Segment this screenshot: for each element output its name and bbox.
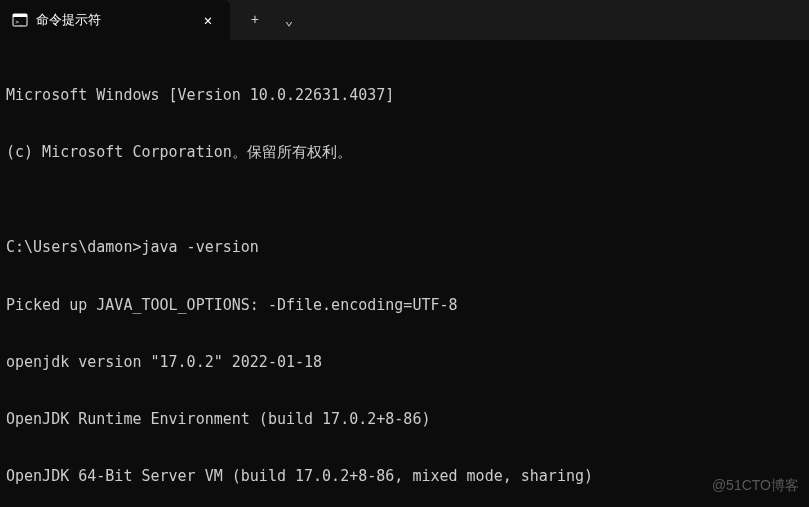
output-line: C:\Users\damon>java -version bbox=[6, 238, 803, 257]
new-tab-button[interactable]: + bbox=[238, 0, 272, 40]
output-line: Picked up JAVA_TOOL_OPTIONS: -Dfile.enco… bbox=[6, 296, 803, 315]
terminal-output[interactable]: Microsoft Windows [Version 10.0.22631.40… bbox=[0, 40, 809, 507]
output-line: (c) Microsoft Corporation。保留所有权利。 bbox=[6, 143, 803, 162]
window-titlebar: >_ 命令提示符 ✕ + ⌄ bbox=[0, 0, 809, 40]
svg-text:>_: >_ bbox=[16, 18, 24, 26]
terminal-tab[interactable]: >_ 命令提示符 ✕ bbox=[0, 0, 230, 40]
titlebar-actions: + ⌄ bbox=[230, 0, 306, 40]
tab-close-button[interactable]: ✕ bbox=[198, 10, 218, 30]
tab-title: 命令提示符 bbox=[36, 11, 178, 29]
output-line: Microsoft Windows [Version 10.0.22631.40… bbox=[6, 86, 803, 105]
output-line: openjdk version "17.0.2" 2022-01-18 bbox=[6, 353, 803, 372]
output-line: OpenJDK 64-Bit Server VM (build 17.0.2+8… bbox=[6, 467, 803, 486]
tab-dropdown-button[interactable]: ⌄ bbox=[272, 0, 306, 40]
cmd-icon: >_ bbox=[12, 12, 28, 28]
watermark: @51CTO博客 bbox=[712, 477, 799, 495]
output-line: OpenJDK Runtime Environment (build 17.0.… bbox=[6, 410, 803, 429]
svg-rect-1 bbox=[13, 14, 27, 17]
